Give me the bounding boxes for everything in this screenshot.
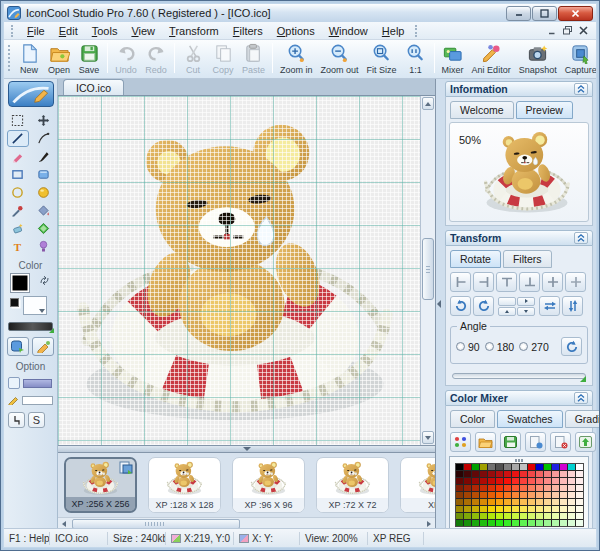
nudge-down-button[interactable] [517, 307, 535, 316]
swatch-cell[interactable] [480, 485, 487, 491]
swatch-cell[interactable] [504, 513, 511, 519]
edit-color-button[interactable] [32, 337, 54, 356]
eyedropper-tool[interactable] [7, 202, 29, 219]
swatch-cell[interactable] [488, 499, 495, 505]
swatch-cell[interactable] [496, 471, 503, 477]
swatch-cell[interactable] [472, 506, 479, 512]
scroll-down-button[interactable] [422, 431, 434, 444]
gradient-tool[interactable] [33, 220, 55, 237]
swatch-cell[interactable] [456, 485, 463, 491]
swatch-cell[interactable] [528, 520, 535, 526]
tab-color[interactable]: Color [450, 410, 495, 428]
swatch-cell[interactable] [512, 478, 519, 484]
text-tool[interactable]: T [7, 238, 29, 255]
swatch-cell[interactable] [560, 499, 567, 505]
fill-tool[interactable] [33, 202, 55, 219]
mdi-minimize-button[interactable] [548, 27, 556, 35]
swatch-cell[interactable] [504, 506, 511, 512]
filmstrip-splitter[interactable] [58, 445, 435, 453]
swatch-cell[interactable] [544, 492, 551, 498]
swatch-cell[interactable] [496, 520, 503, 526]
smooth-option-button[interactable]: S [28, 412, 45, 428]
swatch-cell[interactable] [480, 478, 487, 484]
menu-item-options[interactable]: Options [270, 23, 322, 39]
toolbar-button-paste[interactable]: Paste [238, 41, 269, 75]
menu-item-tools[interactable]: Tools [85, 23, 125, 39]
swatch-cell[interactable] [528, 464, 535, 470]
tab-preview[interactable]: Preview [516, 101, 573, 119]
swatch-cell[interactable] [496, 492, 503, 498]
swatch-cell[interactable] [528, 499, 535, 505]
swatch-cell[interactable] [464, 485, 471, 491]
swatch-cell[interactable] [512, 492, 519, 498]
swatch-cell[interactable] [480, 464, 487, 470]
swatch-cell[interactable] [456, 513, 463, 519]
swatch-cell[interactable] [496, 478, 503, 484]
vertical-scroll-thumb[interactable] [422, 238, 434, 300]
swatch-cell[interactable] [520, 485, 527, 491]
swatch-cell[interactable] [544, 485, 551, 491]
swatch-cell[interactable] [544, 464, 551, 470]
swatch-cell[interactable] [552, 464, 559, 470]
swatch-cell[interactable] [536, 513, 543, 519]
collapse-color-mixer-button[interactable] [574, 392, 588, 404]
ellipse-tool[interactable] [7, 184, 29, 201]
swatch-cell[interactable] [560, 492, 567, 498]
swatch-cell[interactable] [552, 520, 559, 526]
swatch-cell[interactable] [520, 471, 527, 477]
swatch-cell[interactable] [464, 478, 471, 484]
center-horizontal-button[interactable] [542, 272, 563, 292]
filmstrip-item[interactable]: XP :72 X 72 [316, 457, 389, 513]
swatch-cell[interactable] [560, 478, 567, 484]
save-palette-button[interactable] [500, 432, 521, 452]
swatch-cell[interactable] [520, 478, 527, 484]
palette-button[interactable] [7, 337, 29, 356]
align-right-button[interactable] [473, 272, 494, 292]
swatch-cell[interactable] [552, 506, 559, 512]
swatch-cell[interactable] [480, 471, 487, 477]
swatch-cell[interactable] [560, 506, 567, 512]
delete-swatch-button[interactable] [550, 432, 571, 452]
marker-tool[interactable] [7, 148, 29, 165]
swatch-cell[interactable] [544, 506, 551, 512]
open-palette-button[interactable] [475, 432, 496, 452]
toolbar-button-redo[interactable]: Redo [141, 41, 171, 75]
swap-colors-icon[interactable] [39, 275, 50, 288]
swatch-cell[interactable] [456, 520, 463, 526]
spray-tool[interactable] [33, 238, 55, 255]
toolbar-button-capture[interactable]: Capture [561, 41, 596, 75]
swatch-cell[interactable] [488, 492, 495, 498]
export-palette-button[interactable] [575, 432, 596, 452]
swatch-cell[interactable] [528, 471, 535, 477]
swatch-cell[interactable] [496, 464, 503, 470]
canvas[interactable] [58, 96, 421, 445]
toolbox-slider[interactable] [8, 322, 53, 331]
mix-colors-button[interactable] [450, 432, 471, 452]
swatch-cell[interactable] [576, 471, 583, 477]
swatch-cell[interactable] [504, 478, 511, 484]
align-left-button[interactable] [450, 272, 471, 292]
swatch-cell[interactable] [488, 506, 495, 512]
default-colors-icon[interactable] [10, 298, 19, 307]
filled-ellipse-tool[interactable] [33, 184, 55, 201]
background-color-swatch[interactable] [23, 296, 47, 315]
swatch-cell[interactable] [512, 499, 519, 505]
swatch-cell[interactable] [520, 492, 527, 498]
mdi-close-button[interactable] [579, 26, 588, 35]
swatch-cell[interactable] [456, 506, 463, 512]
menu-item-help[interactable]: Help [375, 23, 412, 39]
swatch-cell[interactable] [480, 492, 487, 498]
swatch-cell[interactable] [488, 520, 495, 526]
swatch-cell[interactable] [536, 485, 543, 491]
swatch-cell[interactable] [576, 485, 583, 491]
transform-slider[interactable] [452, 373, 586, 379]
swatch-cell[interactable] [504, 485, 511, 491]
swatch-cell[interactable] [568, 485, 575, 491]
swatch-cell[interactable] [560, 485, 567, 491]
swatch-cell[interactable] [568, 464, 575, 470]
toolbar-button-copy[interactable]: Copy [208, 41, 238, 75]
swatch-cell[interactable] [488, 471, 495, 477]
filmstrip-item[interactable]: XP : [400, 457, 435, 513]
swatch-cell[interactable] [576, 520, 583, 526]
swatch-cell[interactable] [512, 520, 519, 526]
